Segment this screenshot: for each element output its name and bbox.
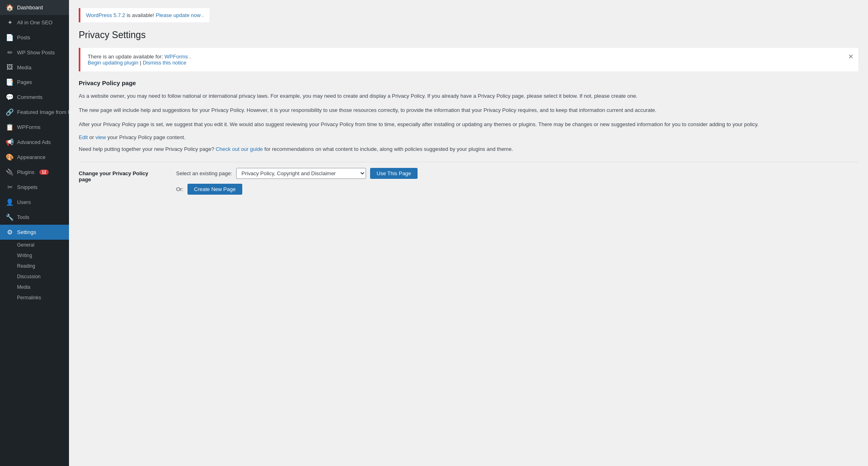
sidebar-label-users: Users xyxy=(17,199,31,205)
or-label: Or: xyxy=(176,186,183,192)
sidebar-label-wp-show-posts: WP Show Posts xyxy=(17,49,55,56)
submenu-item-writing[interactable]: Writing xyxy=(0,250,69,261)
change-policy-label-line1: Change your Privacy Policy xyxy=(79,170,148,176)
all-in-one-seo-icon: ✦ xyxy=(6,19,14,26)
snippets-icon: ✂ xyxy=(6,183,14,191)
sidebar-label-tools: Tools xyxy=(17,214,29,220)
policy-page-select[interactable]: Privacy Policy, Copyright and Disclaimer… xyxy=(236,168,366,179)
begin-updating-link[interactable]: Begin updating plugin xyxy=(88,60,138,66)
notice-text-after: . xyxy=(190,54,191,60)
change-policy-label: Change your Privacy Policy page xyxy=(79,168,168,183)
edit-view-links: Edit or view your Privacy Policy page co… xyxy=(79,134,858,140)
wordpress-version-link[interactable]: WordPress 5.7.2 xyxy=(86,12,125,18)
sidebar-nav: 🏠Dashboard✦All in One SEO📄Posts✏WP Show … xyxy=(0,0,69,303)
sidebar-item-featured-image-from-url[interactable]: 🔗Featured Image from URL xyxy=(0,105,69,120)
help-notice: Need help putting together your new Priv… xyxy=(79,146,858,152)
notice-close-button[interactable]: ✕ xyxy=(848,53,853,60)
update-text-middle: is available! xyxy=(127,12,156,18)
edit-text-middle: or xyxy=(89,134,95,140)
media-icon: 🖼 xyxy=(6,64,14,71)
page-title: Privacy Settings xyxy=(79,30,858,41)
sidebar-item-tools[interactable]: 🔧Tools xyxy=(0,210,69,225)
sidebar-item-appearance[interactable]: 🎨Appearance xyxy=(0,150,69,165)
notice-text-before: There is an update available for: xyxy=(88,54,164,60)
sidebar-item-all-in-one-seo[interactable]: ✦All in One SEO xyxy=(0,15,69,30)
update-notice-bar: WordPress 5.7.2 is available! Please upd… xyxy=(79,8,209,22)
sidebar-label-posts: Posts xyxy=(17,34,30,41)
submenu-item-permalinks[interactable]: Permalinks xyxy=(0,292,69,303)
update-text-after: . xyxy=(202,12,204,18)
submenu-item-general[interactable]: General xyxy=(0,240,69,250)
sidebar-label-all-in-one-seo: All in One SEO xyxy=(17,19,52,26)
divider xyxy=(79,162,858,162)
pages-icon: 📑 xyxy=(6,78,14,86)
tools-icon: 🔧 xyxy=(6,213,14,221)
dashboard-icon: 🏠 xyxy=(6,4,14,11)
sidebar-item-plugins[interactable]: 🔌Plugins12 xyxy=(0,165,69,180)
change-policy-row: Change your Privacy Policy page Select a… xyxy=(79,168,858,195)
sidebar-label-plugins: Plugins xyxy=(17,169,34,175)
select-row: Select an existing page: Privacy Policy,… xyxy=(176,168,418,179)
create-new-page-button[interactable]: Create New Page xyxy=(187,184,242,195)
sidebar-label-settings: Settings xyxy=(17,229,36,235)
notice-separator: | xyxy=(140,60,143,66)
sidebar-label-dashboard: Dashboard xyxy=(17,4,43,11)
submenu-item-media[interactable]: Media xyxy=(0,282,69,292)
sidebar-label-snippets: Snippets xyxy=(17,184,38,190)
sidebar-label-advanced-ads: Advanced Ads xyxy=(17,139,51,145)
privacy-policy-section-title: Privacy Policy page xyxy=(79,79,858,86)
wp-show-posts-icon: ✏ xyxy=(6,49,14,56)
featured-image-from-url-icon: 🔗 xyxy=(6,108,14,116)
sidebar: 🏠Dashboard✦All in One SEO📄Posts✏WP Show … xyxy=(0,0,69,466)
sidebar-item-dashboard[interactable]: 🏠Dashboard xyxy=(0,0,69,15)
guide-link[interactable]: Check out our guide xyxy=(215,146,263,152)
wpforms-link[interactable]: WPForms xyxy=(164,54,188,60)
sidebar-item-media[interactable]: 🖼Media xyxy=(0,60,69,75)
comments-icon: 💬 xyxy=(6,93,14,101)
sidebar-item-snippets[interactable]: ✂Snippets xyxy=(0,180,69,195)
change-policy-label-line2: page xyxy=(79,176,91,183)
view-link[interactable]: view xyxy=(95,134,106,140)
sidebar-item-wpforms[interactable]: 📋WPForms xyxy=(0,120,69,135)
sidebar-item-comments[interactable]: 💬Comments xyxy=(0,90,69,105)
sidebar-item-users[interactable]: 👤Users xyxy=(0,195,69,210)
posts-icon: 📄 xyxy=(6,34,14,41)
advanced-ads-icon: 📢 xyxy=(6,138,14,146)
edit-link[interactable]: Edit xyxy=(79,134,88,140)
please-update-link[interactable]: Please update now xyxy=(156,12,201,18)
plugins-icon: 🔌 xyxy=(6,168,14,176)
sidebar-item-pages[interactable]: 📑Pages xyxy=(0,75,69,90)
privacy-desc-1: As a website owner, you may need to foll… xyxy=(79,92,858,101)
settings-icon: ⚙ xyxy=(6,228,14,236)
use-this-page-button[interactable]: Use This Page xyxy=(370,168,418,179)
appearance-icon: 🎨 xyxy=(6,153,14,161)
sidebar-label-pages: Pages xyxy=(17,79,32,85)
main-content: WordPress 5.7.2 is available! Please upd… xyxy=(69,0,868,466)
sidebar-label-comments: Comments xyxy=(17,94,43,100)
privacy-desc-3: After your Privacy Policy page is set, w… xyxy=(79,120,858,129)
sidebar-badge-plugins: 12 xyxy=(39,170,49,175)
submenu-item-discussion[interactable]: Discussion xyxy=(0,271,69,282)
sidebar-item-posts[interactable]: 📄Posts xyxy=(0,30,69,45)
sidebar-label-appearance: Appearance xyxy=(17,154,45,160)
dismiss-notice-link[interactable]: Dismiss this notice xyxy=(143,60,187,66)
sidebar-label-wpforms: WPForms xyxy=(17,124,41,130)
users-icon: 👤 xyxy=(6,198,14,206)
submenu-item-reading[interactable]: Reading xyxy=(0,261,69,271)
sidebar-item-wp-show-posts[interactable]: ✏WP Show Posts xyxy=(0,45,69,60)
sidebar-label-media: Media xyxy=(17,64,31,71)
change-policy-controls: Select an existing page: Privacy Policy,… xyxy=(176,168,418,195)
plugin-notice: There is an update available for: WPForm… xyxy=(79,48,858,71)
help-text-before: Need help putting together your new Priv… xyxy=(79,146,215,152)
edit-text-after: your Privacy Policy page content. xyxy=(108,134,185,140)
sidebar-item-settings[interactable]: ⚙Settings xyxy=(0,225,69,240)
privacy-desc-2: The new page will include help and sugge… xyxy=(79,106,858,115)
help-text-after: for recommendations on what content to i… xyxy=(264,146,513,152)
wpforms-icon: 📋 xyxy=(6,123,14,131)
or-row: Or: Create New Page xyxy=(176,184,418,195)
select-label: Select an existing page: xyxy=(176,170,232,176)
sidebar-item-advanced-ads[interactable]: 📢Advanced Ads xyxy=(0,135,69,150)
